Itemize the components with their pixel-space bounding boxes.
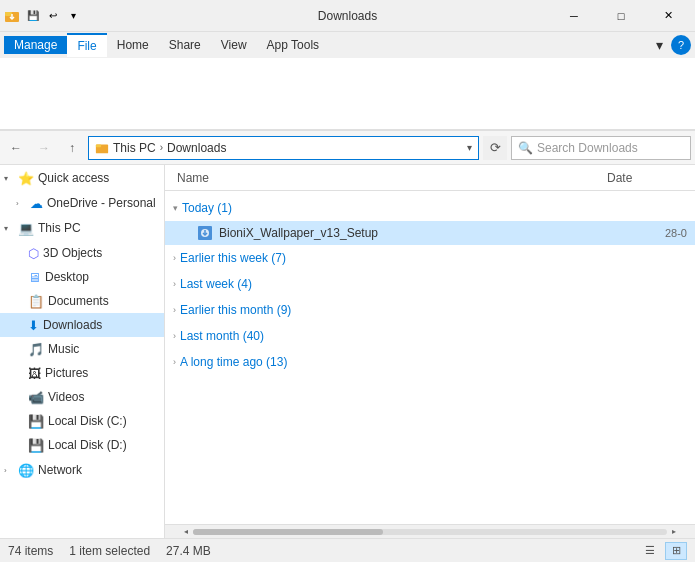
group-long-ago-label: A long time ago (13) <box>180 355 287 369</box>
sidebar-label-3dobjects: 3D Objects <box>43 246 102 260</box>
sidebar-item-downloads[interactable]: ⬇ Downloads <box>0 313 164 337</box>
disk-icon: 💾 <box>28 414 44 429</box>
app-icon <box>4 8 20 24</box>
sidebar-label-network: Network <box>38 463 82 477</box>
tab-manage[interactable]: Manage <box>4 36 67 54</box>
ribbon-expand-btn[interactable]: ▾ <box>649 35 669 55</box>
view-controls: ☰ ⊞ <box>639 542 687 560</box>
file-date: 28-0 <box>627 227 687 239</box>
sidebar-item-thispc[interactable]: ▾ 💻 This PC <box>0 215 164 241</box>
sidebar-label-thispc: This PC <box>38 221 81 235</box>
save-btn[interactable]: 💾 <box>24 7 42 25</box>
status-info: 74 items 1 item selected 27.4 MB <box>8 544 211 558</box>
chevron-icon: › <box>16 199 26 208</box>
sidebar-item-videos[interactable]: 📹 Videos <box>0 385 164 409</box>
group-earlier-month-label: Earlier this month (9) <box>180 303 291 317</box>
file-name: BioniX_Wallpaper_v13_Setup <box>219 226 621 240</box>
quick-access-toolbar[interactable]: 💾 ↩ ▾ <box>24 7 82 25</box>
sidebar-item-pictures[interactable]: 🖼 Pictures <box>0 361 164 385</box>
computer-icon: 💻 <box>18 221 34 236</box>
tab-file[interactable]: File <box>67 33 106 57</box>
scroll-right-btn[interactable]: ▸ <box>667 525 681 539</box>
group-earlier-month[interactable]: › Earlier this month (9) <box>165 297 695 323</box>
search-placeholder: Search Downloads <box>537 141 638 155</box>
window-controls[interactable]: ─ □ ✕ <box>551 0 691 32</box>
sidebar-label-music: Music <box>48 342 79 356</box>
tiles-view-btn[interactable]: ⊞ <box>665 542 687 560</box>
scroll-thumb[interactable] <box>193 529 383 535</box>
customize-btn[interactable]: ▾ <box>64 7 82 25</box>
group-expand-icon: › <box>173 253 176 263</box>
refresh-button[interactable]: ⟳ <box>483 136 507 160</box>
undo-btn[interactable]: ↩ <box>44 7 62 25</box>
status-bar: 74 items 1 item selected 27.4 MB ☰ ⊞ <box>0 538 695 562</box>
group-expand-icon: › <box>173 279 176 289</box>
group-last-week[interactable]: › Last week (4) <box>165 271 695 297</box>
sidebar-item-documents[interactable]: 📋 Documents <box>0 289 164 313</box>
path-downloads: Downloads <box>167 141 226 155</box>
ribbon: Manage File Home Share View App Tools ▾ … <box>0 32 695 131</box>
chevron-icon: › <box>4 466 14 475</box>
sidebar-item-quick-access[interactable]: ▾ ⭐ Quick access <box>0 165 164 191</box>
sidebar-item-3dobjects[interactable]: ⬡ 3D Objects <box>0 241 164 265</box>
group-earlier-week-label: Earlier this week (7) <box>180 251 286 265</box>
tab-view[interactable]: View <box>211 34 257 56</box>
details-view-btn[interactable]: ☰ <box>639 542 661 560</box>
sidebar-label-videos: Videos <box>48 390 84 404</box>
music-icon: 🎵 <box>28 342 44 357</box>
forward-button[interactable]: → <box>32 136 56 160</box>
sidebar-item-music[interactable]: 🎵 Music <box>0 337 164 361</box>
group-today-label: Today (1) <box>182 201 232 215</box>
search-icon: 🔍 <box>518 141 533 155</box>
ribbon-tab-bar: Manage File Home Share View App Tools ▾ … <box>0 32 695 58</box>
sidebar-label-onedrive: OneDrive - Personal <box>47 196 156 210</box>
pictures-icon: 🖼 <box>28 366 41 381</box>
sidebar-label-diskc: Local Disk (C:) <box>48 414 127 428</box>
horizontal-scrollbar[interactable]: ◂ ▸ <box>165 524 695 538</box>
sidebar-item-onedrive[interactable]: › ☁ OneDrive - Personal <box>0 191 164 215</box>
desktop-icon: 🖥 <box>28 270 41 285</box>
group-earlier-week[interactable]: › Earlier this week (7) <box>165 245 695 271</box>
sidebar: ▾ ⭐ Quick access › ☁ OneDrive - Personal… <box>0 165 165 538</box>
address-path[interactable]: This PC › Downloads ▾ <box>88 136 479 160</box>
search-box[interactable]: 🔍 Search Downloads <box>511 136 691 160</box>
scroll-left-btn[interactable]: ◂ <box>179 525 193 539</box>
sidebar-item-network[interactable]: › 🌐 Network <box>0 457 164 483</box>
close-button[interactable]: ✕ <box>645 0 691 32</box>
column-header: Name Date <box>165 165 695 191</box>
maximize-button[interactable]: □ <box>598 0 644 32</box>
sidebar-label-quick-access: Quick access <box>38 171 109 185</box>
sidebar-label-downloads: Downloads <box>43 318 102 332</box>
minimize-button[interactable]: ─ <box>551 0 597 32</box>
file-item[interactable]: BioniX_Wallpaper_v13_Setup 28-0 <box>165 221 695 245</box>
tab-share[interactable]: Share <box>159 34 211 56</box>
svg-rect-4 <box>96 144 101 147</box>
group-expand-icon: › <box>173 357 176 367</box>
address-bar: ← → ↑ This PC › Downloads ▾ ⟳ 🔍 Search D… <box>0 131 695 165</box>
help-button[interactable]: ? <box>671 35 691 55</box>
file-panel: Name Date ▾ Today (1) Bioni <box>165 165 695 538</box>
sidebar-item-desktop[interactable]: 🖥 Desktop <box>0 265 164 289</box>
main-layout: ▾ ⭐ Quick access › ☁ OneDrive - Personal… <box>0 165 695 538</box>
col-name-header[interactable]: Name <box>173 169 607 187</box>
item-count: 74 items <box>8 544 53 558</box>
scroll-track[interactable] <box>193 529 667 535</box>
tab-home[interactable]: Home <box>107 34 159 56</box>
cube-icon: ⬡ <box>28 246 39 261</box>
group-last-month[interactable]: › Last month (40) <box>165 323 695 349</box>
back-button[interactable]: ← <box>4 136 28 160</box>
up-button[interactable]: ↑ <box>60 136 84 160</box>
tab-apptools[interactable]: App Tools <box>257 34 329 56</box>
folder-icon <box>95 141 109 155</box>
file-icon <box>197 225 213 241</box>
videos-icon: 📹 <box>28 390 44 405</box>
group-long-ago[interactable]: › A long time ago (13) <box>165 349 695 375</box>
sidebar-label-documents: Documents <box>48 294 109 308</box>
sidebar-item-diskc[interactable]: 💾 Local Disk (C:) <box>0 409 164 433</box>
documents-icon: 📋 <box>28 294 44 309</box>
title-bar: 💾 ↩ ▾ Downloads ─ □ ✕ <box>0 0 695 32</box>
group-expand-icon: ▾ <box>173 203 178 213</box>
group-last-week-label: Last week (4) <box>180 277 252 291</box>
group-today[interactable]: ▾ Today (1) <box>165 195 695 221</box>
sidebar-item-diskd[interactable]: 💾 Local Disk (D:) <box>0 433 164 457</box>
